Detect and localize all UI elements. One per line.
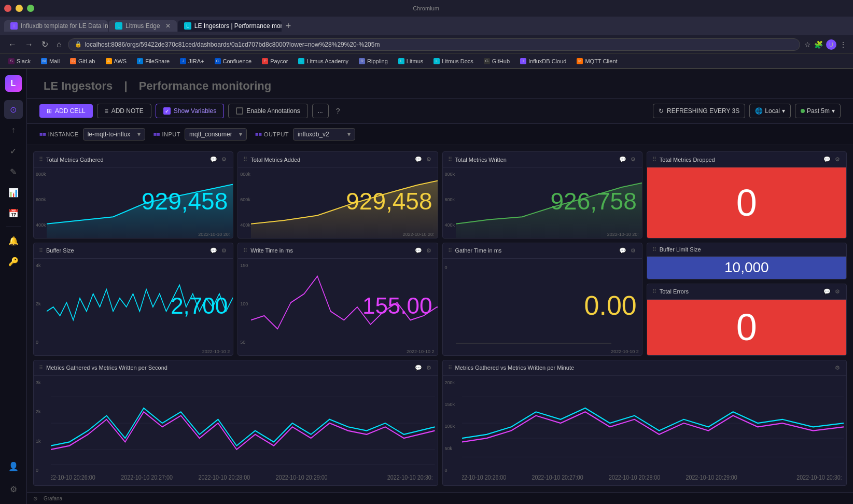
sidebar-item-calendar[interactable]: 📅 bbox=[4, 204, 23, 222]
panel-total-metrics-gathered: ⠿ Total Metrics Gathered 💬 ⚙ 800k 600k 4… bbox=[33, 151, 233, 239]
sidebar-item-chart[interactable]: 📊 bbox=[4, 183, 23, 202]
panel-body-per-second: 3k 2k 1k 0 bbox=[34, 376, 438, 485]
bookmark-mail[interactable]: M Mail bbox=[37, 57, 64, 65]
sidebar-item-settings[interactable]: ⚙ bbox=[4, 480, 23, 498]
panel-note-btn-total-errors[interactable]: 💬 bbox=[822, 287, 832, 296]
bookmark-litmus[interactable]: L Litmus bbox=[394, 57, 427, 65]
minimize-button[interactable] bbox=[16, 5, 23, 12]
output-select[interactable]: influxdb_v2 ▾ bbox=[293, 128, 355, 141]
panel-settings-btn-added[interactable]: ⚙ bbox=[425, 155, 432, 164]
panel-title-write-time: ⠿ Write Time in ms bbox=[243, 247, 293, 254]
enable-annotations-button[interactable]: Enable Annotations bbox=[228, 104, 307, 118]
panel-settings-btn-total-errors[interactable]: ⚙ bbox=[834, 287, 841, 296]
panel-note-btn-write-time[interactable]: 💬 bbox=[414, 246, 423, 255]
close-button[interactable] bbox=[4, 5, 11, 12]
panel-note-btn-added[interactable]: 💬 bbox=[414, 155, 423, 164]
local-button[interactable]: 🌐 Local ▾ bbox=[749, 104, 791, 118]
timerange-button[interactable]: Past 5m ▾ bbox=[795, 104, 841, 118]
home-button[interactable]: ⌂ bbox=[54, 39, 64, 50]
tab-favicon-influxdb: I bbox=[10, 22, 18, 30]
show-variables-button[interactable]: ✓ Show Variables bbox=[156, 104, 225, 118]
panel-drag-icon: ⠿ bbox=[39, 156, 43, 163]
forward-button[interactable]: → bbox=[23, 39, 35, 50]
sidebar-item-key[interactable]: 🔑 bbox=[4, 252, 23, 271]
bookmark-influxdb-cloud[interactable]: I InfluxDB Cloud bbox=[516, 57, 570, 65]
extension-icon[interactable]: 🧩 bbox=[814, 40, 823, 49]
bookmark-litmus-academy[interactable]: L Litmus Academy bbox=[294, 57, 353, 65]
new-tab-button[interactable]: + bbox=[283, 21, 295, 32]
panel-settings-btn-written[interactable]: ⚙ bbox=[630, 155, 637, 164]
panel-note-btn-dropped[interactable]: 💬 bbox=[822, 155, 832, 164]
bookmark-github[interactable]: G GitHub bbox=[480, 57, 514, 65]
y-label-written-2: 600k bbox=[445, 197, 455, 202]
input-select[interactable]: mqtt_consumer ▾ bbox=[185, 128, 247, 141]
reload-button[interactable]: ↻ bbox=[39, 38, 50, 50]
bookmark-fileshare[interactable]: F FileShare bbox=[133, 57, 174, 65]
y-axis-gathered: 800k 600k 400k bbox=[36, 172, 46, 228]
bookmark-favicon-paycor: P bbox=[262, 58, 268, 64]
panel-note-btn-written[interactable]: 💬 bbox=[618, 155, 627, 164]
tab-close-litmus[interactable]: ✕ bbox=[165, 22, 171, 30]
panel-settings-btn-dropped[interactable]: ⚙ bbox=[834, 155, 841, 164]
maximize-button[interactable] bbox=[27, 5, 34, 12]
sidebar-bottom: 👤 ⚙ bbox=[4, 457, 23, 498]
panel-settings-btn-buffer-size[interactable]: ⚙ bbox=[220, 246, 228, 255]
panel-note-btn-per-second[interactable]: 💬 bbox=[414, 363, 423, 372]
page-title: LE Ingestors | Performance monitoring bbox=[39, 79, 841, 93]
instance-select[interactable]: le-mqtt-to-influx ▾ bbox=[83, 128, 145, 141]
add-note-button[interactable]: ≡ ADD NOTE bbox=[97, 104, 151, 118]
panel-drag-icon-write-time: ⠿ bbox=[243, 247, 247, 254]
sidebar-item-user[interactable]: 👤 bbox=[4, 457, 23, 475]
profile-icon[interactable]: U bbox=[826, 39, 836, 50]
tab-favicon-performance: L bbox=[184, 22, 191, 30]
add-cell-icon: ⊞ bbox=[47, 107, 52, 115]
bookmark-paycor[interactable]: P Paycor bbox=[258, 57, 292, 65]
panel-settings-btn-per-second[interactable]: ⚙ bbox=[425, 363, 432, 372]
panel-controls-gather-time: 💬 ⚙ bbox=[618, 246, 637, 255]
bookmark-rippling[interactable]: R Rippling bbox=[355, 57, 392, 65]
input-label-icon: ≡≡ bbox=[153, 131, 160, 137]
panel-settings-btn-write-time[interactable]: ⚙ bbox=[425, 246, 432, 255]
panel-settings-btn-gathered[interactable]: ⚙ bbox=[220, 155, 228, 164]
tab-performance[interactable]: L LE Ingestors | Performance moni... ✕ bbox=[178, 20, 282, 32]
panel-note-btn-buffer-size[interactable]: 💬 bbox=[209, 246, 218, 255]
bookmark-mqtt-client[interactable]: M MQTT Client bbox=[572, 57, 621, 65]
bookmark-litmus-docs[interactable]: L Litmus Docs bbox=[429, 57, 478, 65]
url-bar[interactable]: 🔒 localhost:8086/orgs/59422de370c81ced/d… bbox=[68, 38, 800, 51]
sidebar-item-home[interactable]: ⊙ bbox=[4, 100, 23, 119]
bookmark-gitlab[interactable]: G GitLab bbox=[66, 57, 99, 65]
more-button[interactable]: ... bbox=[312, 104, 329, 118]
help-button[interactable]: ? bbox=[333, 104, 343, 118]
panel-drag-icon-added: ⠿ bbox=[243, 156, 247, 163]
bookmark-jira[interactable]: J JIRA+ bbox=[176, 57, 208, 65]
panel-note-btn-gathered[interactable]: 💬 bbox=[209, 155, 218, 164]
star-icon[interactable]: ☆ bbox=[804, 40, 811, 49]
sidebar-item-edit[interactable]: ✎ bbox=[4, 162, 23, 181]
panel-settings-btn-gather-time[interactable]: ⚙ bbox=[630, 246, 637, 255]
tab-influxdb[interactable]: I Influxdb template for LE Data In... ✕ bbox=[4, 20, 108, 32]
panel-header-per-second: ⠿ Metrics Gathered vs Metrics Written pe… bbox=[34, 360, 438, 376]
sidebar-item-bell[interactable]: 🔔 bbox=[4, 231, 23, 250]
tab-litmus[interactable]: L Litmus Edge ✕ bbox=[109, 20, 177, 32]
panel-body-added: 800k 600k 400k 929,458 2022-10-10 20: bbox=[238, 167, 437, 238]
sidebar-item-check[interactable]: ✓ bbox=[4, 142, 23, 160]
y-label-gathered-2: 600k bbox=[36, 197, 46, 202]
y-label-pm-1: 200k bbox=[445, 380, 455, 385]
back-button[interactable]: ← bbox=[6, 39, 19, 50]
bookmark-aws[interactable]: A AWS bbox=[102, 57, 131, 65]
panel-header-buffer-size: ⠿ Buffer Size 💬 ⚙ bbox=[34, 243, 233, 259]
menu-icon[interactable]: ⋮ bbox=[840, 40, 847, 49]
output-label-group: ≡≡ OUTPUT bbox=[255, 131, 289, 137]
output-label-text: OUTPUT bbox=[264, 131, 289, 137]
panel-settings-btn-per-minute[interactable]: ⚙ bbox=[834, 363, 841, 372]
help-icon: ? bbox=[336, 107, 340, 115]
bookmark-slack[interactable]: S Slack bbox=[4, 57, 35, 65]
panel-note-btn-gather-time[interactable]: 💬 bbox=[618, 246, 627, 255]
input-value: mqtt_consumer bbox=[189, 131, 232, 138]
add-cell-button[interactable]: ⊞ ADD CELL bbox=[39, 104, 93, 118]
instance-label-text: INSTANCE bbox=[48, 131, 79, 137]
sidebar-item-nav[interactable]: ↑ bbox=[4, 121, 23, 139]
refresh-button[interactable]: ↻ REFRESHING EVERY 3S bbox=[653, 104, 745, 118]
instance-label-icon: ≡≡ bbox=[39, 131, 46, 137]
bookmark-confluence[interactable]: C Confluence bbox=[211, 57, 256, 65]
